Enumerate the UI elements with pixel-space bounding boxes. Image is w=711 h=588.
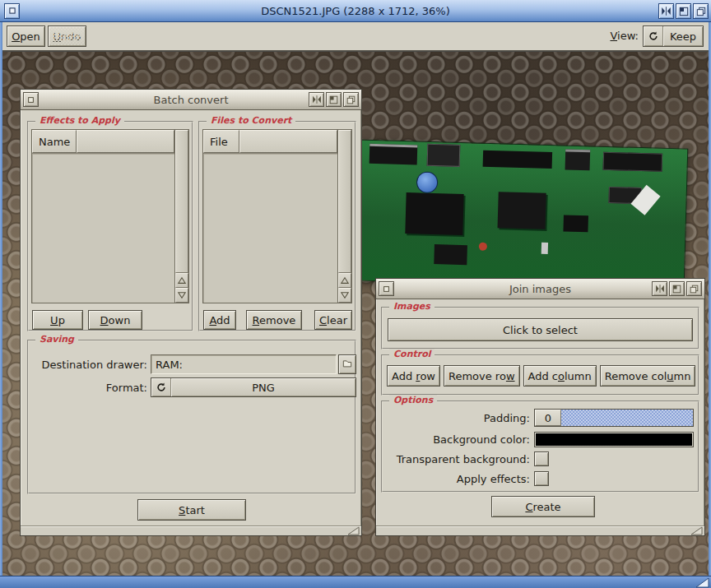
effects-scrollbar[interactable] [174, 129, 189, 303]
start-button[interactable]: Start [137, 499, 246, 521]
remove-button-label: Remove [253, 314, 296, 326]
drawer-popup-button[interactable] [338, 354, 356, 374]
images-group-label: Images [389, 301, 434, 312]
effects-group-label: Effects to Apply [35, 115, 124, 126]
iconify-icon[interactable] [309, 92, 324, 107]
clear-button-label: Clear [319, 314, 347, 326]
up-button-label: Up [50, 314, 65, 326]
add-column-label: Add column [528, 370, 592, 382]
add-row-label: Add row [392, 370, 435, 382]
batch-titlebar[interactable]: Batch convert [21, 90, 361, 110]
effects-list-body[interactable] [32, 154, 174, 303]
up-button[interactable]: Up [32, 310, 83, 330]
column-header-name[interactable]: Name [32, 130, 77, 153]
resize-icon[interactable] [690, 526, 703, 535]
zoom-icon[interactable] [676, 3, 691, 19]
down-button[interactable]: Down [88, 310, 142, 330]
start-button-label: Start [179, 504, 205, 516]
add-column-button[interactable]: Add column [523, 365, 597, 387]
padding-slider-track[interactable] [561, 410, 693, 426]
create-button-label: Create [525, 501, 560, 513]
add-button[interactable]: Add [203, 310, 236, 330]
control-group-label: Control [389, 349, 434, 359]
click-to-select-button[interactable]: Click to select [388, 318, 693, 341]
destination-input[interactable]: RAM: [151, 354, 337, 374]
cycle-icon [644, 26, 663, 46]
destination-label: Destination drawer: [32, 354, 147, 374]
control-group: Control Add row Remove row Add column Re… [381, 354, 699, 396]
format-label: Format: [32, 377, 147, 397]
view-label: View: [610, 30, 639, 42]
zoom-icon[interactable] [326, 92, 342, 107]
background-color-swatch-fill [536, 433, 692, 446]
destination-value: RAM: [156, 359, 183, 371]
window-border-left [0, 22, 2, 576]
main-window-title: DSCN1521.JPG (2288 x 1712, 36%) [0, 5, 711, 17]
scroll-down-icon[interactable] [175, 288, 188, 303]
padding-value: 0 [545, 412, 551, 424]
batch-bottom-bar [21, 525, 361, 535]
remove-row-button[interactable]: Remove row [444, 365, 520, 387]
column-header-filler [239, 130, 337, 153]
padding-slider-knob[interactable]: 0 [535, 410, 561, 426]
add-button-label: Add [209, 314, 230, 326]
depth-icon[interactable] [686, 281, 702, 296]
scrollbar-knob[interactable] [338, 130, 351, 273]
scroll-up-icon[interactable] [175, 273, 188, 288]
down-button-label: Down [100, 314, 131, 326]
files-group: Files to Convert File [198, 121, 356, 331]
depth-icon[interactable] [343, 92, 359, 107]
format-cycle-button[interactable]: PNG [151, 377, 356, 397]
column-header-filler [77, 130, 174, 153]
clear-button[interactable]: Clear [314, 310, 352, 330]
transparent-background-label: Transparent background: [383, 453, 534, 465]
cycle-icon [151, 378, 171, 396]
join-bottom-bar [376, 525, 704, 535]
padding-slider[interactable]: 0 [534, 409, 694, 427]
toolbar: Open Undo View: Keep [2, 22, 709, 51]
circuit-board-photo [354, 139, 689, 289]
add-row-button[interactable]: Add row [387, 365, 440, 387]
open-button[interactable]: Open [7, 25, 45, 47]
files-scrollbar[interactable] [337, 129, 352, 303]
click-to-select-label: Click to select [503, 324, 578, 336]
join-titlebar[interactable]: Join images [376, 279, 704, 299]
saving-group: Saving Destination drawer: RAM: Format: … [27, 340, 356, 494]
files-list-header[interactable]: File [203, 130, 337, 154]
resize-icon[interactable] [695, 577, 709, 588]
files-list-body[interactable] [203, 154, 337, 303]
images-group: Images Click to select [381, 307, 699, 350]
view-cycle-value: Keep [663, 26, 703, 46]
scroll-down-icon[interactable] [338, 288, 351, 303]
effects-list[interactable]: Name [31, 129, 189, 303]
options-group-label: Options [389, 395, 437, 405]
iconify-icon[interactable] [652, 281, 667, 296]
undo-button: Undo [48, 25, 86, 47]
files-group-label: Files to Convert [207, 115, 295, 126]
scroll-up-icon[interactable] [338, 273, 351, 288]
create-button[interactable]: Create [491, 496, 595, 517]
remove-row-label: Remove row [448, 370, 515, 382]
effects-group: Effects to Apply Name [27, 121, 193, 331]
remove-button[interactable]: Remove [246, 310, 302, 330]
remove-column-button[interactable]: Remove column [600, 365, 696, 387]
undo-button-label: Undo [53, 30, 81, 43]
scrollbar-knob[interactable] [175, 130, 188, 273]
iconify-icon[interactable] [658, 3, 674, 19]
depth-icon[interactable] [693, 3, 709, 19]
column-header-file[interactable]: File [203, 130, 239, 153]
window-border-bottom [0, 576, 711, 588]
effects-list-header[interactable]: Name [32, 130, 174, 154]
transparent-background-checkbox[interactable] [534, 451, 549, 466]
main-titlebar[interactable]: DSCN1521.JPG (2288 x 1712, 36%) [0, 0, 711, 22]
padding-label: Padding: [383, 412, 534, 424]
apply-effects-label: Apply effects: [383, 473, 534, 485]
background-color-button[interactable] [534, 432, 694, 447]
zoom-icon[interactable] [669, 281, 685, 296]
format-cycle-value: PNG [171, 378, 356, 396]
files-list[interactable]: File [202, 129, 352, 303]
view-cycle-button[interactable]: Keep [643, 25, 704, 47]
apply-effects-checkbox[interactable] [534, 471, 549, 486]
resize-icon[interactable] [346, 526, 360, 535]
drawer-popup-icon [342, 358, 353, 372]
